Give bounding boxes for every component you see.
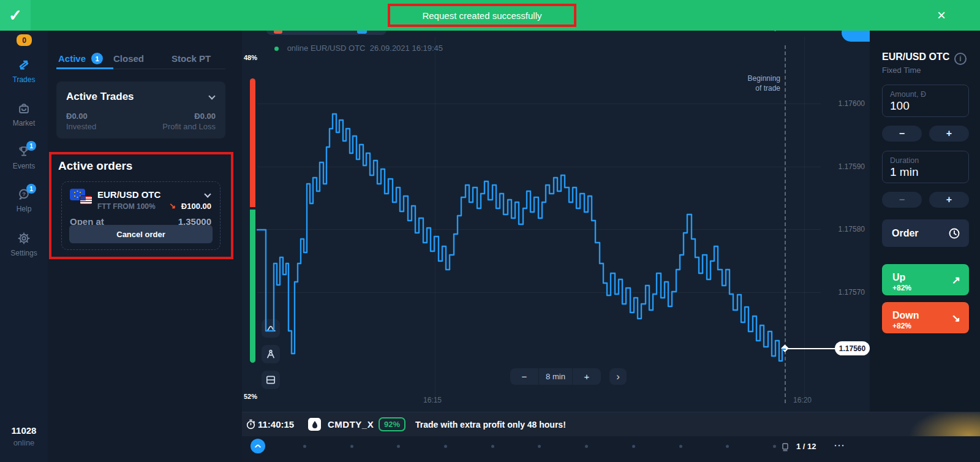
layout-button[interactable] (262, 371, 280, 389)
settings-gear-icon (18, 232, 30, 247)
duration-value: 1 min (890, 165, 961, 179)
amount-field[interactable]: Amount, Đ 100 (882, 85, 969, 117)
sentiment-bar-sell (250, 78, 255, 207)
online-dot-icon (274, 47, 279, 51)
amount-value: 100 (890, 99, 961, 113)
price-axis-label: 1.17600 (828, 99, 865, 108)
tab-active-badge: 1 (91, 53, 103, 64)
order-button[interactable]: Order (882, 219, 969, 247)
pager-dot[interactable] (538, 445, 541, 448)
tab-stock-pt[interactable]: Stock PT (172, 53, 211, 64)
pages-stack-icon[interactable] (781, 442, 790, 455)
up-button[interactable]: Up +82% ↗ (882, 264, 969, 295)
banner-message: Request created successfully (422, 10, 541, 21)
pager-dot[interactable] (491, 445, 494, 448)
sidebar-item-settings[interactable]: Settings (0, 232, 48, 257)
pager-dot[interactable] (773, 445, 776, 448)
invested-value: Đ0.00 (66, 112, 96, 121)
pager-dot[interactable] (585, 445, 588, 448)
duration-plus-button[interactable]: + (929, 192, 969, 208)
order-panel: EUR/USD OTC i Fixed Time Amount, Đ 100 −… (870, 0, 980, 412)
trading-app: Đ9,704.00 0 Trades Market (0, 0, 980, 462)
us-flag-icon (80, 195, 92, 205)
success-banner: ✓ Request created successfully × (0, 0, 980, 31)
pager-dots (303, 445, 776, 448)
market-bag-icon (18, 102, 30, 117)
trade-mode: Fixed Time (882, 66, 921, 75)
pnl-label: Profit and Loss (162, 122, 216, 131)
sentiment-up-percent: 48% (244, 54, 257, 61)
zoom-in-button[interactable]: + (572, 368, 601, 385)
trades-icon (18, 59, 30, 74)
down-percent: +82% (892, 322, 960, 330)
down-label: Down (892, 310, 960, 321)
pager-dot[interactable] (632, 445, 635, 448)
duration-label: Duration (890, 156, 961, 165)
chevron-down-icon[interactable] (204, 191, 211, 197)
pager-dot[interactable] (350, 445, 353, 448)
status-datetime: 26.09.2021 16:19:45 (370, 44, 443, 53)
pager-dot[interactable] (726, 445, 729, 448)
more-menu[interactable]: ⋯ (834, 439, 845, 452)
order-pair: EUR/USD OTC (97, 189, 160, 200)
online-label: online (0, 438, 48, 447)
droplet-icon (311, 420, 318, 429)
order-type: FTT FROM 100% (97, 202, 156, 211)
tab-active[interactable]: Active (58, 53, 86, 64)
duration-field[interactable]: Duration 1 min (882, 151, 969, 183)
duration-minus-button[interactable]: − (882, 192, 922, 208)
curve-icon (265, 323, 276, 334)
drawing-tools-button[interactable] (262, 345, 280, 363)
pager-current-page[interactable] (251, 439, 265, 453)
current-price-tag: 1.17560 (835, 341, 870, 355)
cancel-order-button[interactable]: Cancel order (69, 225, 213, 243)
promo-bar[interactable]: 11:40:15 CMDTY_X 92% Trade with extra pr… (242, 412, 980, 436)
timeframe-value[interactable]: 8 min (539, 368, 572, 385)
down-button[interactable]: Down +82% ↘ (882, 302, 969, 333)
amount-label: Amount, Đ (890, 90, 961, 99)
time-axis-label: 16:20 (793, 396, 812, 404)
current-price-marker (781, 344, 789, 352)
clock-icon (948, 227, 960, 240)
help-badge: 1 (26, 184, 36, 194)
stopwatch-icon (246, 419, 256, 430)
amount-minus-button[interactable]: − (882, 126, 922, 142)
gridline (257, 292, 821, 293)
tab-closed[interactable]: Closed (113, 53, 144, 64)
scroll-forward-button[interactable]: › (609, 368, 627, 385)
help-icon: ? 1 (18, 188, 30, 203)
pager-bar: 1 / 12 ⋯ (242, 436, 980, 462)
arrow-down-right-icon: ↘ (952, 312, 960, 325)
online-count: 11028 (0, 425, 48, 436)
chevron-down-icon[interactable] (208, 93, 215, 99)
zoom-out-button[interactable]: − (510, 368, 539, 385)
price-axis-label: 1.17590 (828, 162, 865, 171)
close-icon[interactable]: × (933, 7, 949, 23)
order-amount: Đ100.00 (181, 202, 211, 211)
events-trophy-icon: 1 (18, 145, 30, 160)
gridline (435, 37, 435, 400)
timeframe-control: − 8 min + (510, 368, 601, 385)
sidebar-item-trades[interactable]: Trades (0, 59, 48, 84)
chart-area[interactable]: online EUR/USD OTC 26.09.2021 16:19:45 4… (242, 0, 870, 412)
pager-dot[interactable] (397, 445, 400, 448)
price-axis-label: 1.17570 (828, 288, 865, 297)
svg-text:?: ? (22, 191, 26, 197)
pager-dot[interactable] (444, 445, 447, 448)
indicators-button[interactable] (262, 319, 280, 338)
price-axis-label: 1.17580 (828, 225, 865, 233)
pager-dot[interactable] (679, 445, 682, 448)
pager-dot[interactable] (303, 445, 306, 448)
sidebar-item-help[interactable]: ? 1 Help (0, 188, 48, 213)
arrow-up-right-icon: ↗ (952, 274, 960, 287)
sidebar-item-events[interactable]: 1 Events (0, 145, 48, 170)
time-axis-label: 16:15 (423, 396, 442, 404)
promo-countdown: 11:40:15 (258, 419, 294, 430)
sidebar-item-market[interactable]: Market (0, 102, 48, 127)
sidebar: 0 Trades Market 1 (0, 0, 48, 462)
amount-plus-button[interactable]: + (929, 126, 969, 142)
notification-badge[interactable]: 0 (17, 34, 32, 46)
order-button-label: Order (892, 228, 919, 239)
info-icon[interactable]: i (954, 53, 967, 65)
promo-asset: CMDTY_X (328, 419, 374, 430)
